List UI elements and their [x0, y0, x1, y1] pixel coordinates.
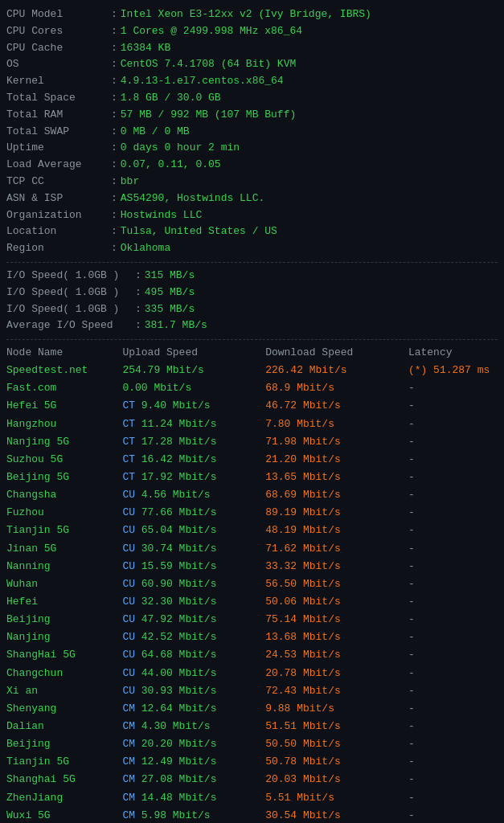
info-sep: : [111, 140, 117, 157]
latency-value: - [408, 578, 415, 590]
node-cell: Shanghai 5G [6, 771, 122, 788]
node-name: Shenyang [6, 702, 56, 714]
upload-cell: CU 44.00 Mbit/s [122, 665, 265, 682]
node-name: Beijing 5G [6, 471, 69, 483]
info-value: AS54290, Hostwinds LLC. [121, 190, 264, 207]
upload-speed: 12.49 Mbit/s [141, 755, 217, 768]
system-row: CPU Model:Intel Xeon E3-12xx v2 (Ivy Bri… [6, 6, 498, 23]
node-name: Dalian [6, 720, 44, 732]
system-row: Region:Oklahoma [6, 240, 498, 257]
upload-cell: CT 11.24 Mbit/s [122, 416, 265, 433]
isp-label: CT [122, 436, 141, 448]
download-speed: 5.51 Mbit/s [265, 792, 334, 804]
info-sep: : [111, 6, 117, 23]
latency-value: - [408, 524, 415, 536]
info-sep: : [111, 56, 117, 73]
node-cell: Xi an [6, 682, 122, 700]
node-name: Beijing [6, 738, 51, 750]
node-cell: Shenyang [6, 700, 122, 718]
download-cell: 71.98 Mbit/s [265, 433, 408, 451]
info-sep: : [111, 23, 117, 40]
latency-cell: - [408, 771, 498, 788]
upload-cell: CT 17.92 Mbit/s [122, 469, 265, 486]
info-value: 1.8 GB / 30.0 GB [121, 90, 221, 107]
node-name: Shanghai 5G [6, 773, 76, 785]
download-speed: 50.06 Mbit/s [265, 596, 341, 608]
upload-cell: CU 42.52 Mbit/s [122, 629, 265, 646]
system-row: TCP CC:bbr [6, 174, 498, 190]
info-sep: : [111, 223, 117, 240]
info-label: Total SWAP [6, 124, 111, 141]
isp-label: CU [122, 543, 141, 555]
upload-speed: 17.28 Mbit/s [141, 436, 217, 448]
table-row: Tianjin 5GCM 12.49 Mbit/s50.78 Mbit/s- [6, 753, 498, 771]
info-sep: : [111, 124, 117, 141]
latency-value: - [408, 685, 415, 697]
download-speed: 68.9 Mbit/s [265, 382, 334, 394]
isp-label: CM [122, 792, 141, 804]
info-label: Load Average [6, 157, 111, 174]
upload-speed: 60.90 Mbit/s [141, 578, 217, 590]
download-speed: 33.32 Mbit/s [265, 560, 341, 572]
info-value: CentOS 7.4.1708 (64 Bit) KVM [121, 56, 296, 73]
latency-value: - [408, 418, 415, 430]
io-label: I/O Speed( 1.0GB ) [6, 268, 135, 285]
io-label: I/O Speed( 1.0GB ) [6, 301, 135, 318]
node-name: Beijing [6, 613, 51, 625]
upload-speed: 65.04 Mbit/s [141, 524, 217, 536]
upload-speed: 254.79 Mbit/s [122, 364, 203, 376]
header-latency: Latency [408, 345, 498, 362]
upload-speed: 30.74 Mbit/s [141, 543, 217, 555]
info-value: 0 days 0 hour 2 min [121, 140, 240, 157]
info-label: Total RAM [6, 107, 111, 124]
latency-value: - [408, 792, 415, 804]
download-speed: 68.69 Mbit/s [265, 489, 341, 501]
upload-cell: CU 65.04 Mbit/s [122, 522, 265, 539]
isp-label: CU [122, 524, 141, 536]
node-name: Changchun [6, 667, 63, 679]
isp-label: CM [122, 738, 141, 750]
upload-cell: 254.79 Mbit/s [122, 362, 265, 379]
system-row: ASN & ISP:AS54290, Hostwinds LLC. [6, 190, 498, 207]
download-cell: 21.20 Mbit/s [265, 451, 408, 469]
node-cell: Hefei [6, 593, 122, 611]
download-speed: 24.53 Mbit/s [265, 649, 341, 661]
latency-value: - [408, 773, 415, 785]
node-name: Nanjing [6, 631, 51, 643]
info-label: ASN & ISP [6, 190, 111, 207]
latency-cell: - [408, 540, 498, 558]
node-name: ZhenJiang [6, 792, 63, 804]
download-speed: 71.62 Mbit/s [265, 543, 341, 555]
upload-speed: 30.93 Mbit/s [141, 685, 217, 697]
info-sep: : [135, 285, 141, 301]
upload-speed: 64.68 Mbit/s [141, 649, 217, 661]
system-row: Total SWAP:0 MB / 0 MB [6, 124, 498, 141]
system-row: OS:CentOS 7.4.1708 (64 Bit) KVM [6, 56, 498, 73]
table-row: ZhenJiangCM 14.48 Mbit/s5.51 Mbit/s- [6, 789, 498, 807]
download-cell: 68.69 Mbit/s [265, 486, 408, 504]
latency-cell: - [408, 558, 498, 575]
node-name: Fuzhou [6, 506, 44, 518]
node-cell: Speedtest.net [6, 362, 122, 379]
isp-label: CU [122, 489, 141, 501]
node-name: ShangHai 5G [6, 649, 76, 661]
info-sep: : [111, 40, 117, 57]
latency-cell: - [408, 469, 498, 486]
latency-cell: - [408, 753, 498, 771]
info-label: TCP CC [6, 174, 111, 190]
download-cell: 226.42 Mbit/s [265, 362, 408, 379]
upload-speed: 44.00 Mbit/s [141, 667, 217, 679]
upload-cell: CU 30.93 Mbit/s [122, 682, 265, 700]
upload-speed: 12.64 Mbit/s [141, 702, 217, 714]
upload-cell: CM 12.49 Mbit/s [122, 753, 265, 771]
upload-cell: CU 30.74 Mbit/s [122, 540, 265, 558]
node-name: Speedtest.net [6, 364, 88, 376]
latency-value: - [408, 560, 415, 572]
node-cell: Fuzhou [6, 504, 122, 522]
info-value: Intel Xeon E3-12xx v2 (Ivy Bridge, IBRS) [121, 6, 371, 23]
info-label: Organization [6, 207, 111, 224]
isp-label: CM [122, 702, 141, 714]
isp-label: CU [122, 667, 141, 679]
node-name: Wuxi 5G [6, 809, 51, 821]
latency-cell: - [408, 504, 498, 522]
